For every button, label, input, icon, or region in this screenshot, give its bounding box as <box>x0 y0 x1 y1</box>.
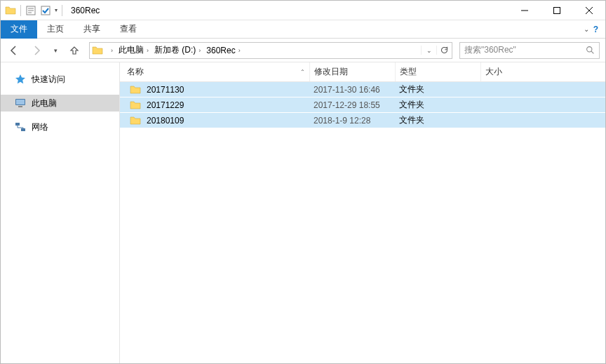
column-header-type[interactable]: 类型 <box>395 62 480 81</box>
row-date: 2018-1-9 12:28 <box>309 116 395 126</box>
search-input[interactable]: 搜索"360Rec" <box>459 42 600 59</box>
sidebar-quick-label: 快速访问 <box>32 74 65 86</box>
column-size-label: 大小 <box>485 66 502 78</box>
network-icon <box>15 121 26 133</box>
row-type: 文件夹 <box>395 83 480 95</box>
sidebar-item-this-pc[interactable]: 此电脑 <box>1 95 119 112</box>
breadcrumb-root-label: 此电脑 <box>119 44 144 56</box>
breadcrumb-folder-label: 360Rec <box>206 46 235 55</box>
back-button[interactable] <box>6 43 22 58</box>
svg-rect-6 <box>18 106 22 107</box>
table-row[interactable]: 201801092018-1-9 12:28文件夹 <box>120 113 605 128</box>
refresh-button[interactable] <box>436 46 452 55</box>
app-folder-icon <box>5 5 16 16</box>
minimize-button[interactable] <box>509 1 541 20</box>
column-header-name[interactable]: 名称 ⌃ <box>127 66 309 78</box>
row-name: 20171229 <box>147 100 184 110</box>
row-name: 20180109 <box>147 116 184 126</box>
monitor-icon <box>15 97 26 109</box>
breadcrumb-chevron-icon[interactable]: › <box>105 43 116 58</box>
ribbon-tab-file[interactable]: 文件 <box>1 20 37 39</box>
sidebar-item-quick-access[interactable]: 快速访问 <box>1 71 119 88</box>
address-folder-icon <box>90 45 105 56</box>
folder-icon <box>130 115 141 126</box>
column-headers: 名称 ⌃ 修改日期 类型 大小 <box>120 62 605 82</box>
row-date: 2017-12-29 18:55 <box>309 100 395 110</box>
sidebar-network-label: 网络 <box>32 121 48 133</box>
svg-rect-2 <box>554 7 560 13</box>
sidebar: 快速访问 此电脑 网络 <box>1 62 120 364</box>
svg-rect-7 <box>15 123 20 126</box>
folder-icon <box>130 84 141 95</box>
search-placeholder: 搜索"360Rec" <box>464 44 516 56</box>
qat-properties-icon[interactable] <box>25 5 36 16</box>
svg-rect-5 <box>16 100 25 105</box>
svg-rect-1 <box>41 6 50 15</box>
ribbon-collapse-chevron-icon[interactable]: ⌄ <box>584 25 589 33</box>
column-date-label: 修改日期 <box>314 66 348 78</box>
up-button[interactable] <box>67 43 82 58</box>
breadcrumb-root[interactable]: 此电脑› <box>116 43 152 58</box>
qat-dropdown-icon[interactable]: ▾ <box>55 7 58 13</box>
recent-dropdown-icon[interactable]: ▾ <box>51 43 60 58</box>
sidebar-thispc-label: 此电脑 <box>32 97 57 109</box>
row-type: 文件夹 <box>395 99 480 111</box>
close-button[interactable] <box>573 1 605 20</box>
window-title: 360Rec <box>71 6 100 15</box>
svg-rect-8 <box>21 128 25 131</box>
row-date: 2017-11-30 16:46 <box>309 85 395 95</box>
ribbon-tab-share[interactable]: 共享 <box>74 20 110 39</box>
breadcrumb-drive-label: 新加卷 (D:) <box>154 44 196 56</box>
breadcrumb-drive[interactable]: 新加卷 (D:)› <box>152 43 203 58</box>
row-name: 20171130 <box>147 85 184 95</box>
column-name-label: 名称 <box>127 66 144 78</box>
search-icon <box>586 46 595 55</box>
table-row[interactable]: 201712292017-12-29 18:55文件夹 <box>120 97 605 113</box>
ribbon-tab-home[interactable]: 主页 <box>37 20 74 39</box>
svg-point-3 <box>587 47 592 52</box>
maximize-button[interactable] <box>541 1 573 20</box>
column-header-size[interactable]: 大小 <box>480 62 566 81</box>
ribbon-tab-view[interactable]: 查看 <box>110 20 147 39</box>
star-icon <box>15 74 26 85</box>
forward-button[interactable] <box>29 43 44 58</box>
table-row[interactable]: 201711302017-11-30 16:46文件夹 <box>120 82 605 97</box>
address-bar[interactable]: › 此电脑› 新加卷 (D:)› 360Rec› ⌄ <box>89 42 452 59</box>
qat-checkbox-icon[interactable] <box>41 6 50 15</box>
row-type: 文件夹 <box>395 114 480 126</box>
ribbon-help-icon[interactable]: ? <box>593 25 598 34</box>
sidebar-item-network[interactable]: 网络 <box>1 119 119 135</box>
address-dropdown-icon[interactable]: ⌄ <box>421 46 436 55</box>
column-type-label: 类型 <box>400 66 417 78</box>
qat-separator-2 <box>62 5 62 16</box>
sort-caret-icon: ⌃ <box>300 69 305 75</box>
qat-separator <box>20 5 21 16</box>
folder-icon <box>130 100 141 111</box>
column-header-date[interactable]: 修改日期 <box>309 62 395 81</box>
breadcrumb-folder[interactable]: 360Rec› <box>203 43 243 58</box>
